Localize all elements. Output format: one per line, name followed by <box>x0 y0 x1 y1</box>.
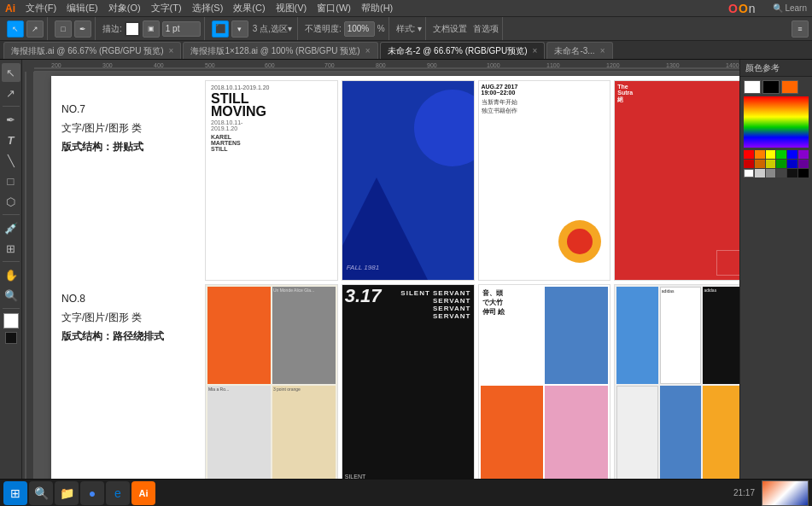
explorer-btn[interactable]: 📁 <box>55 481 79 505</box>
prefs-btn[interactable]: 首选项 <box>473 23 499 35</box>
tab-0[interactable]: 海报排版.ai @ 66.67% (RGB/GPU 预览) × <box>3 42 181 59</box>
swatch-dark-purple[interactable] <box>798 160 809 168</box>
paint-bucket[interactable]: ⬡ <box>2 192 20 211</box>
swatch-blue[interactable] <box>787 150 797 159</box>
svg-text:1000: 1000 <box>487 62 500 68</box>
sm-dates-detail: 2018.10.11-2019.1.20 <box>211 119 332 131</box>
swatch-purple[interactable] <box>798 150 809 159</box>
cn-main-text: TheSutra絕 <box>617 84 739 104</box>
aug-date-text: AUG.27 201719:00~22:00 <box>482 84 608 96</box>
menu-item-type[interactable]: 文字(T) <box>151 2 182 15</box>
doc-setup-btn[interactable]: 文档设置 <box>433 23 467 35</box>
section7-structure: 版式结构：拼贴式 <box>61 139 190 154</box>
swatch-near-black[interactable] <box>787 169 797 177</box>
swatch-dark-green[interactable] <box>776 160 786 168</box>
poster-still-moving: 2018.10.11-2019.1.20 STILLMOVING 2018.10… <box>205 80 338 281</box>
swatch-orange[interactable] <box>755 150 765 159</box>
cb-light <box>616 386 658 483</box>
menu-item-window[interactable]: 窗口(W) <box>317 2 351 15</box>
swatch-dark-yellow[interactable] <box>766 160 776 168</box>
swatch-light-gray[interactable] <box>755 169 765 177</box>
blend-tool[interactable]: ⊞ <box>2 239 20 258</box>
search-btn[interactable]: 🔍 <box>29 481 53 505</box>
swatch-dark-blue[interactable] <box>787 160 797 168</box>
menu-item-help[interactable]: 帮助(H) <box>361 2 393 15</box>
main-color-row <box>744 80 809 94</box>
menu-item-view[interactable]: 视图(V) <box>276 2 307 15</box>
pen-tool[interactable]: ✒ <box>2 110 20 129</box>
menu-item-effect[interactable]: 效果(C) <box>233 2 265 15</box>
tool-group-align: ⬛ ▾ 3 点,选区▾ <box>208 17 298 40</box>
collage-grid: Un Monde Alice Gla... Mia a Ro... 3 poin… <box>207 287 336 482</box>
stroke-weight-input[interactable] <box>162 21 201 37</box>
menu-item-edit[interactable]: 编辑(E) <box>67 2 98 15</box>
rect-tool[interactable]: □ <box>2 172 20 190</box>
stroke-none-btn[interactable]: ▣ <box>143 20 160 38</box>
align-left-btn[interactable]: ⬛ <box>212 20 229 38</box>
swatch-gray[interactable] <box>766 169 776 177</box>
tab-3-close[interactable]: × <box>600 46 605 55</box>
swatch-dark-gray[interactable] <box>776 169 786 177</box>
tab-1[interactable]: 海报排版1×128.ai @ 100% (RGB/GPU 预览) × <box>183 42 377 59</box>
menu-item-file[interactable]: 文件(F) <box>26 2 56 15</box>
logo-o1: O <box>728 2 738 15</box>
svg-text:700: 700 <box>324 62 335 68</box>
menu-item-select[interactable]: 选择(S) <box>192 2 224 15</box>
color-white-swatch[interactable] <box>744 80 761 94</box>
start-btn[interactable]: ⊞ <box>3 481 27 505</box>
sm-title: STILLMOVING <box>211 92 332 118</box>
swatch-white[interactable] <box>744 169 754 177</box>
swatch-black[interactable] <box>798 169 809 177</box>
illustrator-btn[interactable]: Ai <box>131 481 155 505</box>
shape-tool-btn[interactable]: □ <box>55 20 72 38</box>
direct-selection-tool[interactable]: ↗ <box>2 84 20 102</box>
opacity-input[interactable] <box>344 21 375 37</box>
selection-tool[interactable]: ↖ <box>2 63 20 82</box>
tab-3[interactable]: 未命名-3... × <box>546 42 612 59</box>
align-options-btn[interactable]: ▾ <box>231 20 248 38</box>
type-tool[interactable]: T <box>2 131 20 149</box>
line-tool[interactable]: ╲ <box>2 151 20 170</box>
tab-0-close[interactable]: × <box>169 46 174 55</box>
swatch-green[interactable] <box>776 150 786 159</box>
collage-cell-2: Un Monde Alice Gla... <box>272 287 336 384</box>
swatch-dark-red[interactable] <box>744 160 754 168</box>
hand-tool[interactable]: ✋ <box>2 265 20 284</box>
fill-color-swatch[interactable] <box>3 313 19 329</box>
chrome-btn[interactable]: ● <box>80 481 104 505</box>
color-black-swatch[interactable] <box>762 80 780 94</box>
swatch-dark-orange[interactable] <box>755 160 765 168</box>
svg-text:900: 900 <box>427 62 437 68</box>
tool-group-select: ↖ ↗ <box>3 17 48 40</box>
color-preview-section <box>740 77 812 181</box>
edge-btn[interactable]: e <box>106 481 130 505</box>
swatch-yellow[interactable] <box>766 150 776 159</box>
tool-group-style: 样式: ▾ <box>393 17 427 40</box>
tab-2-close[interactable]: × <box>533 46 538 55</box>
poster-311-silent: SILENT SERVANTSERVANTSERVANTSERVANT 3.17… <box>342 284 475 485</box>
tab-1-close[interactable]: × <box>365 46 371 55</box>
panel-toggle-btn[interactable]: ≡ <box>792 20 809 38</box>
menu-item-object[interactable]: 对象(O) <box>108 2 141 15</box>
search-area[interactable]: 🔍 Learn <box>773 3 807 13</box>
tab-2[interactable]: 未命名-2 @ 66.67% (RGB/GPU预览) × <box>380 42 546 59</box>
collage-cell-3: Mia a Ro... <box>207 386 271 483</box>
color-orange-swatch[interactable] <box>781 80 798 94</box>
svg-text:1200: 1200 <box>606 62 620 68</box>
svg-text:1300: 1300 <box>666 62 680 68</box>
stroke-color-swatch[interactable] <box>5 332 17 344</box>
stroke-color-btn[interactable] <box>125 21 140 37</box>
pen-tool-btn[interactable]: ✒ <box>74 20 91 38</box>
sm-subtitle: KARELMARTENSSTILL <box>211 134 332 152</box>
tool-divider-2 <box>3 214 20 215</box>
canvas-scroll-area[interactable]: NO.7 文字/图片/图形 类 版式结构：拼贴式 NO.8 文字/图片/图形 类… <box>34 72 739 487</box>
direct-select-btn[interactable]: ↗ <box>26 20 44 38</box>
swatch-red[interactable] <box>744 150 754 159</box>
sm-date: 2018.10.11-2019.1.20 <box>211 84 332 90</box>
color-panel-header: 颜色参考 <box>740 60 812 77</box>
ja-orange-cell <box>481 386 544 483</box>
logo-o2: O <box>739 2 748 15</box>
eyedropper-tool[interactable]: 💉 <box>2 218 20 237</box>
select-tool-btn[interactable]: ↖ <box>7 20 24 38</box>
zoom-tool[interactable]: 🔍 <box>2 286 20 305</box>
